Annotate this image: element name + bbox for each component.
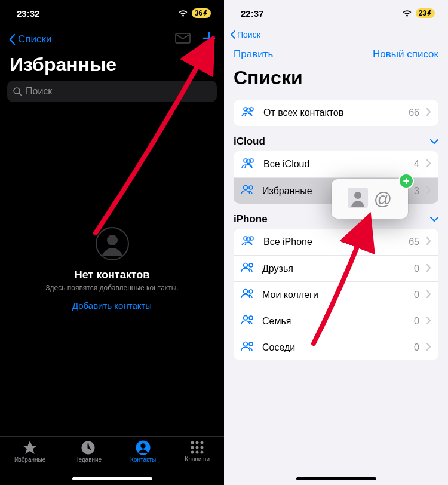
- svg-rect-0: [176, 33, 190, 43]
- row-neighbors[interactable]: Соседи 0: [234, 334, 438, 360]
- contact-avatar-icon: [348, 188, 368, 210]
- svg-point-8: [196, 441, 199, 444]
- svg-point-12: [201, 446, 204, 449]
- svg-point-9: [201, 441, 204, 444]
- svg-point-29: [244, 290, 248, 294]
- status-right: 23: [402, 8, 435, 19]
- svg-point-7: [191, 441, 194, 444]
- edit-button[interactable]: Править: [234, 48, 273, 60]
- status-time: 23:32: [17, 8, 39, 19]
- status-time: 22:37: [241, 8, 263, 19]
- group-header-icloud[interactable]: iCloud: [224, 136, 448, 151]
- clock-icon: [81, 440, 96, 455]
- chevron-right-icon: [426, 290, 431, 300]
- status-bar: 22:37 23: [224, 0, 448, 26]
- svg-point-30: [249, 290, 253, 293]
- wifi-icon: [402, 8, 412, 19]
- row-colleagues[interactable]: Мои коллеги 0: [234, 281, 438, 308]
- battery-badge: 36: [192, 8, 211, 18]
- people-two-icon: [241, 315, 255, 327]
- wifi-icon: [178, 8, 188, 19]
- drag-contact-card[interactable]: @ +: [332, 179, 408, 219]
- chevron-right-icon: [426, 263, 431, 274]
- home-indicator: [296, 477, 376, 480]
- star-icon: [22, 440, 38, 455]
- status-right: 36: [178, 8, 211, 19]
- svg-point-6: [141, 443, 146, 448]
- svg-point-23: [249, 186, 253, 189]
- page-title: Избранные: [0, 53, 224, 81]
- keypad-icon: [190, 440, 204, 455]
- svg-point-31: [244, 316, 248, 320]
- search-icon: [13, 87, 22, 96]
- at-symbol-icon: @: [374, 189, 392, 209]
- phone-left-dark: 23:32 36 Списки Избранные Поиск: [0, 0, 224, 485]
- svg-point-14: [196, 451, 199, 454]
- new-list-button[interactable]: Новый список: [373, 48, 438, 60]
- svg-point-11: [196, 446, 199, 449]
- search-input[interactable]: Поиск: [7, 81, 217, 102]
- chevron-right-icon: [426, 342, 431, 353]
- empty-title: Нет контактов: [75, 269, 150, 281]
- contact-placeholder-icon: [96, 227, 129, 263]
- svg-point-28: [249, 263, 253, 267]
- svg-point-10: [191, 446, 194, 449]
- empty-subtitle: Здесь появятся добавленные контакты.: [45, 284, 178, 292]
- chevron-down-icon: [430, 136, 438, 147]
- tab-keypad[interactable]: Клавиши: [185, 440, 210, 485]
- phone-right-light: 22:37 23 Поиск Править Новый список Спис…: [224, 0, 448, 485]
- empty-state: Нет контактов Здесь появятся добавленные…: [0, 227, 224, 311]
- page-title: Списки: [224, 66, 448, 100]
- row-family[interactable]: Семья 0: [234, 308, 438, 334]
- battery-badge: 23: [416, 8, 435, 18]
- row-all-contacts[interactable]: От всех контактов 66: [234, 100, 438, 126]
- status-bar: 23:32 36: [0, 0, 224, 26]
- chevron-left-icon: [8, 33, 16, 45]
- people-two-icon: [241, 185, 255, 197]
- chevron-right-icon: [426, 316, 431, 327]
- people-three-icon: [241, 158, 256, 171]
- svg-point-27: [244, 263, 248, 268]
- chevron-down-icon: [430, 214, 438, 225]
- contact-icon: [136, 440, 151, 455]
- add-button[interactable]: [202, 32, 216, 47]
- section-all: От всех контактов 66: [234, 100, 438, 126]
- back-search[interactable]: Поиск: [224, 26, 448, 43]
- mail-icon[interactable]: [175, 33, 191, 46]
- chevron-left-icon: [230, 30, 236, 39]
- svg-point-15: [201, 451, 204, 454]
- svg-point-22: [244, 186, 248, 190]
- svg-point-3: [107, 235, 118, 245]
- add-contacts-link[interactable]: Добавить контакты: [72, 300, 152, 311]
- svg-point-34: [249, 342, 253, 346]
- add-badge-icon: +: [398, 173, 414, 189]
- svg-point-36: [354, 192, 361, 199]
- row-friends[interactable]: Друзья 0: [234, 255, 438, 281]
- chevron-right-icon: [426, 159, 431, 170]
- tab-favorites[interactable]: Избранные: [14, 440, 45, 485]
- svg-point-32: [249, 316, 253, 320]
- nav-bar: Списки: [0, 26, 224, 53]
- people-two-icon: [241, 341, 255, 354]
- chevron-right-icon: [426, 237, 431, 247]
- chevron-right-icon: [426, 108, 431, 118]
- back-button[interactable]: Списки: [8, 33, 51, 45]
- chevron-right-icon: [426, 186, 431, 197]
- people-three-icon: [241, 235, 256, 248]
- row-all-iphone[interactable]: Все iPhone 65: [234, 229, 438, 255]
- home-indicator: [72, 477, 152, 480]
- people-two-icon: [241, 288, 255, 301]
- svg-point-13: [191, 451, 194, 454]
- section-iphone: Все iPhone 65 Друзья 0 Мои коллеги 0 Сем…: [234, 229, 438, 360]
- svg-point-33: [244, 342, 248, 346]
- toolbar: Править Новый список: [224, 43, 448, 66]
- people-two-icon: [241, 262, 255, 275]
- people-three-icon: [241, 106, 256, 119]
